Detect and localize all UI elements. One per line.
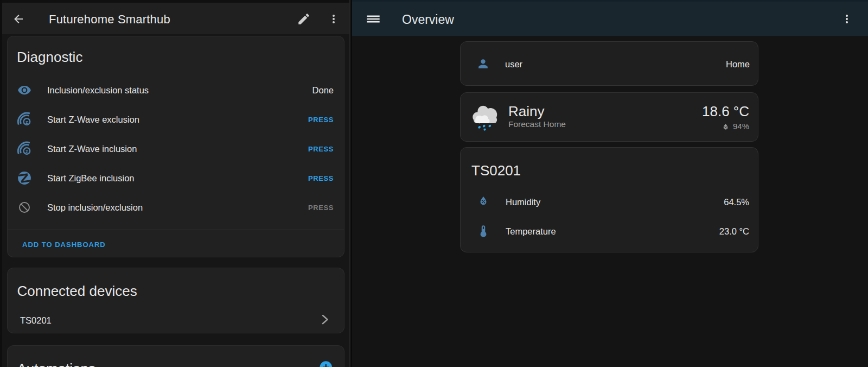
- svg-text:z: z: [25, 148, 28, 154]
- svg-text:z: z: [25, 119, 28, 125]
